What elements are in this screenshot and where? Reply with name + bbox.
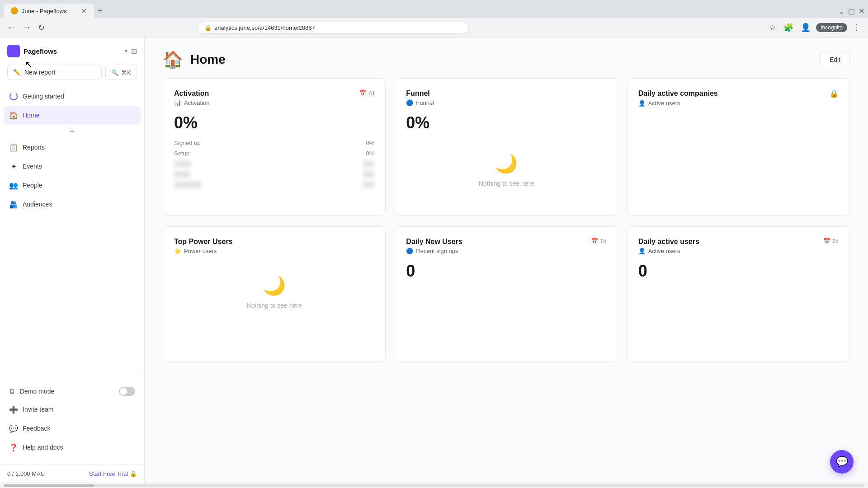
sidebar-actions: ✏️ New report 🔍 ⌘K [0,61,144,85]
tpu-empty-icon: 🌙 [263,275,286,296]
tab-close-button[interactable]: ✕ [81,7,87,14]
row-activated: Activated 0% [174,181,374,188]
dau-card-subtitle: 👤 Active users [638,248,839,254]
add-section-button[interactable]: + [4,125,141,138]
dau-card-header: Daily active users 📅 7d [638,238,839,246]
activation-card-period: 📅 7d [359,89,374,96]
sidebar-item-getting-started[interactable]: Getting started [4,87,141,105]
tpu-card-header: Top Power Users [174,238,374,246]
people-icon: 👥 [9,181,18,190]
audiences-icon: 🫂 [9,200,18,209]
tab-minimize-button[interactable]: ⌄ [839,7,844,15]
activation-card-header: Activation 📅 7d [174,89,374,98]
start-trial-label: Start Free Trial [89,470,128,477]
funnel-empty-icon: 🌙 [495,153,518,174]
dau-period: 7d [832,238,839,244]
dac-subtitle-text: Active users [648,100,680,107]
bottom-scrollbar[interactable] [0,483,868,488]
menu-button[interactable]: ⋮ [851,21,863,34]
address-bar-right: ☆ 🧩 👤 Incognito ⋮ [767,21,863,34]
invite-team-label: Invite team [23,406,53,413]
new-tab-button[interactable]: + [94,5,106,18]
activation-card-rows: Signed up 0% Setup 0% Used 0% Ideal 0% [174,140,374,188]
chat-fab-button[interactable]: 💬 [830,450,854,474]
tpu-card-title: Top Power Users [174,238,233,246]
feedback-label: Feedback [23,425,50,432]
sidebar-item-audiences[interactable]: 🫂 Audiences [4,195,141,213]
activation-card-value: 0% [174,113,374,132]
sidebar-item-events[interactable]: ✦ Events [4,157,141,175]
home-icon: 🏠 [9,111,18,120]
sidebar-item-invite-team[interactable]: ➕ Invite team [4,400,141,418]
tab-controls: ⌄ ▢ ✕ [839,7,864,15]
sidebar-collapse-button[interactable]: ⊡ [131,47,137,56]
search-button[interactable]: 🔍 ⌘K [105,65,137,80]
sidebar: Pageflows ▾ ⊡ ✏️ New report 🔍 ⌘K Getting… [0,38,145,483]
tab-maxrestore-button[interactable]: ▢ [848,7,855,15]
start-trial-button[interactable]: Start Free Trial 🔒 [89,470,137,477]
tpu-card-subtitle: ⭐ Power users [174,248,374,254]
activation-period: 7d [368,89,374,96]
main-content: 🏠 Home Edit Activation 📅 7d 📊 Activation [145,38,868,483]
new-report-button[interactable]: ✏️ New report [7,65,102,80]
row-activated-value: 0% [363,181,375,188]
dau-card-period: 📅 7d [823,238,839,244]
dnu-calendar-icon: 📅 [591,238,598,244]
dau-card-title: Daily active users [638,238,699,246]
feedback-icon: 💬 [9,424,18,433]
dac-lock-icon: 🔒 [830,89,839,98]
scrollbar-thumb[interactable] [4,484,94,487]
sidebar-item-reports[interactable]: 📋 Reports [4,138,141,156]
refresh-button[interactable]: ↻ [36,21,47,34]
dac-empty-content [638,114,839,204]
sidebar-item-home[interactable]: 🏠 Home [4,106,141,124]
back-button[interactable]: ← [5,21,17,34]
forward-button[interactable]: → [21,21,33,34]
address-bar: ← → ↻ 🔒 analytics.june.so/a/14631/home/2… [0,18,868,37]
sidebar-item-help[interactable]: ❓ Help and docs [4,438,141,456]
funnel-subtitle-text: Funnel [416,99,434,106]
bookmark-button[interactable]: ☆ [767,21,778,34]
edit-button[interactable]: Edit [820,52,850,67]
reports-label: Reports [23,144,45,151]
dau-subtitle-text: Active users [648,248,680,254]
row-signed-up-value: 0% [366,140,375,146]
funnel-card-subtitle: 🔵 Funnel [406,99,606,106]
demo-mode-label: Demo mode [20,388,54,395]
funnel-card-title: Funnel [406,89,429,98]
demo-mode-toggle[interactable] [119,387,135,396]
daily-new-users-card: Daily New Users 📅 7d 🔵 Recent sign ups 0 [395,226,618,362]
mau-bar: 0 / 1,000 MAU Start Free Trial 🔒 [0,465,144,483]
extensions-button[interactable]: 🧩 [782,21,795,34]
search-shortcut: ⌘K [121,69,131,76]
reports-icon: 📋 [9,143,18,152]
top-power-users-card: Top Power Users ⭐ Power users 🌙 Nothing … [163,226,386,362]
funnel-card-header: Funnel [406,89,606,98]
sidebar-divider [0,375,144,375]
row-signed-up: Signed up 0% [174,140,374,146]
app-layout: Pageflows ▾ ⊡ ✏️ New report 🔍 ⌘K Getting… [0,38,868,483]
tab-favicon [11,7,18,14]
daily-active-companies-card: Daily active companies 🔒 👤 Active users [627,78,850,216]
tab-bar: June - Pageflows ✕ + ⌄ ▢ ✕ [0,0,868,18]
active-tab[interactable]: June - Pageflows ✕ [4,4,94,18]
sidebar-item-feedback[interactable]: 💬 Feedback [4,419,141,437]
tpu-empty-state: 🌙 Nothing to see here [174,262,374,323]
dnu-card-header: Daily New Users 📅 7d [406,238,606,246]
main-header: 🏠 Home Edit [145,38,868,78]
people-label: People [23,182,42,189]
url-bar[interactable]: 🔒 analytics.june.so/a/14631/home/28867 [198,22,469,34]
search-icon: 🔍 [111,69,118,76]
dac-subtitle-emoji: 👤 [638,100,646,107]
new-report-label: New report [24,69,55,76]
getting-started-label: Getting started [23,93,64,100]
row-setup-value: 0% [366,150,375,157]
audiences-label: Audiences [23,201,52,208]
row-used-value: 0% [363,160,375,167]
row-setup: Setup 0% [174,150,374,157]
row-activated-label: Activated [174,181,202,188]
dac-card-subtitle: 👤 Active users [638,100,839,107]
profile-button[interactable]: 👤 [799,21,812,34]
sidebar-item-people[interactable]: 👥 People [4,176,141,194]
tab-window-close-button[interactable]: ✕ [859,7,864,15]
